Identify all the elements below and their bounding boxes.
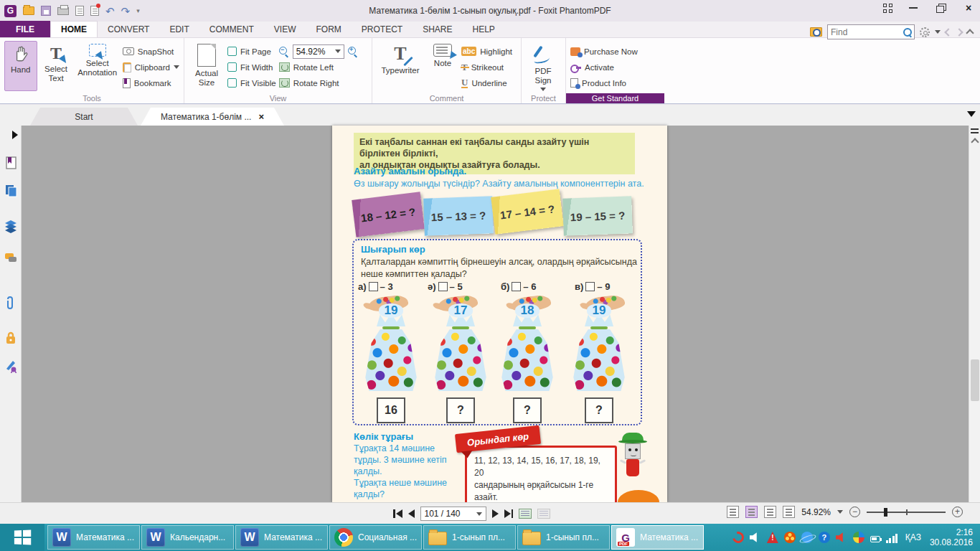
zoom-in-icon[interactable]: + xyxy=(348,47,358,57)
zoom-out-button[interactable]: − xyxy=(849,507,860,517)
security-panel-icon[interactable] xyxy=(4,331,18,345)
redo-icon[interactable]: ↷ xyxy=(121,6,131,17)
tab-form[interactable]: FORM xyxy=(306,21,351,37)
taskbar-word-3[interactable]: WМатематика ... xyxy=(235,525,328,550)
zoom-percentage[interactable]: 54.92% xyxy=(801,507,831,517)
previous-page-button[interactable] xyxy=(408,509,415,518)
email-document-icon[interactable] xyxy=(75,6,84,16)
typewriter-button[interactable]: T Typewriter xyxy=(377,41,424,91)
activate-button[interactable]: Activate xyxy=(570,61,638,73)
network-signal-icon[interactable] xyxy=(886,532,898,543)
pinwheel-tray-icon[interactable] xyxy=(853,532,864,543)
select-text-button[interactable]: T Select Text xyxy=(40,41,72,91)
taskbar-folder-2[interactable]: 1-сынып пл... xyxy=(517,525,610,550)
new-document-icon[interactable] xyxy=(90,6,99,16)
doc-tab-start[interactable]: Start xyxy=(30,108,138,126)
tab-file[interactable]: FILE xyxy=(0,21,50,37)
taskbar-foxit[interactable]: GМатематика ... xyxy=(611,525,704,550)
language-indicator[interactable]: ҚАЗ xyxy=(905,532,921,542)
fullscreen-button[interactable] xyxy=(883,4,892,13)
warning-tray-icon[interactable]: ! xyxy=(767,532,778,543)
tab-protect[interactable]: PROTECT xyxy=(352,21,413,37)
product-info-button[interactable]: Product Info xyxy=(570,77,638,89)
find-previous-icon[interactable] xyxy=(944,28,952,36)
highlight-button[interactable]: abcHighlight xyxy=(461,45,512,57)
search-folder-icon[interactable] xyxy=(810,27,822,37)
taskbar-word-1[interactable]: WМатематика ... xyxy=(47,525,140,550)
snapshot-button[interactable]: SnapShot xyxy=(123,45,179,57)
zoom-out-icon[interactable]: − xyxy=(279,47,289,57)
fit-width-button[interactable]: Fit Width xyxy=(227,61,276,73)
split-view-handle[interactable] xyxy=(971,128,979,133)
comments-panel-icon[interactable] xyxy=(4,251,18,265)
expand-panel-icon[interactable] xyxy=(12,131,18,139)
continuous-facing-view-icon[interactable] xyxy=(783,506,795,518)
zoom-slider[interactable] xyxy=(867,507,946,517)
zoom-in-button[interactable]: + xyxy=(952,507,963,517)
pdf-sign-button[interactable]: PDF Sign xyxy=(526,41,560,91)
bookmarks-panel-icon[interactable] xyxy=(4,156,18,170)
zoom-dropdown-icon[interactable] xyxy=(837,510,843,514)
tab-home[interactable]: HOME xyxy=(50,21,98,37)
vertical-scrollbar[interactable] xyxy=(969,126,980,502)
fit-visible-button[interactable]: Fit Visible xyxy=(227,77,276,89)
restore-button[interactable] xyxy=(936,3,947,13)
save-icon[interactable] xyxy=(41,6,51,16)
next-view-icon[interactable] xyxy=(537,509,550,519)
tab-convert[interactable]: CONVERT xyxy=(98,21,159,37)
layers-panel-icon[interactable] xyxy=(4,219,18,233)
scroll-up-icon[interactable] xyxy=(971,138,979,146)
open-file-icon[interactable] xyxy=(23,6,34,15)
find-settings-gear-icon[interactable] xyxy=(920,27,930,37)
taskbar-clock[interactable]: 2:16 30.08.2016 xyxy=(930,527,973,547)
taskbar-folder-1[interactable]: 1-сынып пл... xyxy=(423,525,516,550)
close-tab-icon[interactable]: × xyxy=(258,111,264,122)
battery-tray-icon[interactable] xyxy=(870,536,880,542)
facing-view-icon[interactable] xyxy=(764,506,776,518)
signatures-panel-icon[interactable] xyxy=(4,359,18,373)
foxit-app-icon[interactable]: G xyxy=(4,5,17,17)
first-page-button[interactable] xyxy=(393,509,402,518)
zoom-slider-thumb[interactable] xyxy=(884,508,887,517)
orange-badge-tray-icon[interactable] xyxy=(784,532,796,543)
find-next-icon[interactable] xyxy=(955,28,963,36)
find-input[interactable] xyxy=(828,27,903,37)
tab-edit[interactable]: EDIT xyxy=(159,21,199,37)
speaker-tray-icon[interactable] xyxy=(750,532,761,543)
clipboard-button[interactable]: Clipboard xyxy=(123,61,179,73)
actual-size-button[interactable]: Actual Size xyxy=(189,41,225,91)
select-annotation-button[interactable]: Select Annotation xyxy=(75,41,120,91)
help-tray-icon[interactable]: ? xyxy=(819,532,830,543)
planet-tray-icon[interactable] xyxy=(801,532,813,543)
zoom-level-combo[interactable]: 54.92% xyxy=(293,44,344,59)
print-icon[interactable] xyxy=(57,7,69,15)
tab-share[interactable]: SHARE xyxy=(413,21,462,37)
previous-view-icon[interactable] xyxy=(519,509,532,519)
start-button[interactable] xyxy=(0,524,44,551)
continuous-view-icon[interactable] xyxy=(745,506,758,518)
close-button[interactable]: × xyxy=(963,3,974,13)
strikeout-button[interactable]: TStrikeout xyxy=(461,61,512,73)
doc-tab-current[interactable]: Математика 1-бөлім ...× xyxy=(141,108,284,126)
undo-icon[interactable]: ↶ xyxy=(105,6,115,17)
last-page-button[interactable] xyxy=(504,509,514,518)
bookmark-button[interactable]: Bookmark xyxy=(123,77,179,89)
scrollbar-thumb[interactable] xyxy=(971,359,979,401)
rotate-left-button[interactable]: Rotate Left xyxy=(279,61,358,73)
tab-view[interactable]: VIEW xyxy=(264,21,306,37)
fit-page-button[interactable]: Fit Page xyxy=(227,45,276,57)
taskbar-word-2[interactable]: WКальендарн... xyxy=(141,525,234,550)
volume-tray-icon[interactable] xyxy=(836,532,847,543)
find-settings-dropdown-icon[interactable] xyxy=(935,30,941,34)
page-number-field[interactable]: 101 / 140 xyxy=(420,507,486,521)
attachments-panel-icon[interactable] xyxy=(4,296,18,311)
collapse-ribbon-icon[interactable] xyxy=(966,29,974,37)
tab-list-dropdown-icon[interactable] xyxy=(967,111,976,117)
minimize-button[interactable] xyxy=(908,3,920,13)
customize-quick-access-icon[interactable]: ▾ xyxy=(136,7,140,14)
single-page-view-icon[interactable] xyxy=(727,506,739,518)
taskbar-chrome[interactable]: Социальная ... xyxy=(329,525,422,550)
purchase-now-button[interactable]: Purchase Now xyxy=(570,45,638,57)
underline-button[interactable]: UUnderline xyxy=(461,77,512,89)
next-page-button[interactable] xyxy=(492,509,499,518)
